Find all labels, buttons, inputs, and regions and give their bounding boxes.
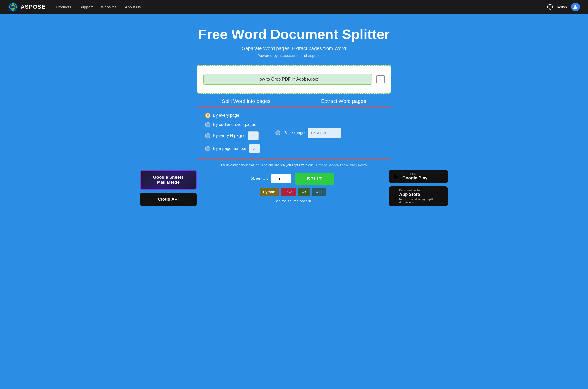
language-label: English bbox=[554, 5, 567, 9]
app-store-text: Download on the App Store Read, convert,… bbox=[399, 189, 443, 204]
bottom-right: ▶ GET IT ON Google Play  Download on th… bbox=[389, 170, 448, 206]
cpp-tag[interactable]: C++ bbox=[312, 188, 326, 196]
extract-pages-label: Extract Word pages bbox=[321, 98, 366, 104]
aspose-logo-icon bbox=[8, 2, 18, 12]
page-range-input[interactable] bbox=[308, 128, 341, 138]
google-play-get-label: GET IT ON bbox=[402, 172, 427, 176]
privacy-policy-link[interactable]: Privacy Policy bbox=[346, 163, 367, 167]
terms-text: By uploading your files or using our ser… bbox=[5, 163, 583, 167]
dropdown-chevron-icon: ▾ bbox=[279, 177, 281, 181]
cloud-api-button[interactable]: Cloud API bbox=[140, 193, 197, 206]
csharp-tag[interactable]: C# bbox=[298, 188, 310, 196]
aspose-cloud-link[interactable]: aspose.cloud bbox=[308, 53, 331, 58]
bottom-center: Save as - ▾ SPLIT Python Java C# C++ See… bbox=[251, 173, 334, 203]
radio-every-page-circle[interactable] bbox=[205, 113, 210, 118]
terms-of-service-link[interactable]: Terms of Service bbox=[314, 163, 339, 167]
radio-page-number[interactable]: By a page number bbox=[205, 144, 260, 153]
options-right: Page range bbox=[275, 113, 341, 153]
source-code-text: See the source code in bbox=[274, 199, 311, 203]
radio-every-n[interactable]: By every N pages bbox=[205, 131, 260, 140]
google-sheets-mail-merge-button[interactable]: Google SheetsMail Merge bbox=[140, 170, 197, 190]
navbar-left: ASPOSE Products Support Websites About U… bbox=[8, 2, 141, 12]
radio-page-number-label: By a page number bbox=[213, 146, 247, 151]
hero-powered: Powered by aspose.com and aspose.cloud bbox=[5, 53, 583, 58]
split-labels: Split Word into pages Extract Word pages bbox=[197, 98, 391, 104]
file-name-pill: How to Crop PDF in Adobe.docx bbox=[203, 74, 372, 85]
app-store-get-label: Download on the bbox=[399, 189, 443, 192]
app-store-name: App Store bbox=[399, 192, 443, 197]
nav-about[interactable]: About Us bbox=[125, 5, 141, 9]
bottom-left: Google SheetsMail Merge Cloud API bbox=[140, 170, 197, 206]
java-tag[interactable]: Java bbox=[281, 188, 296, 196]
apple-icon:  bbox=[394, 192, 396, 200]
google-play-button[interactable]: ▶ GET IT ON Google Play bbox=[389, 170, 448, 183]
google-play-icon: ▶ bbox=[394, 172, 399, 181]
hero-subtitle: Separate Word pages. Extract pages from … bbox=[5, 46, 583, 51]
save-as-dropdown[interactable]: - ▾ bbox=[271, 174, 291, 183]
app-store-button[interactable]:  Download on the App Store Read, conver… bbox=[389, 186, 448, 206]
powered-prefix: Powered by bbox=[257, 53, 279, 58]
radio-every-n-label: By every N pages bbox=[213, 133, 245, 138]
upload-area[interactable]: How to Crop PDF in Adobe.docx — bbox=[197, 65, 391, 94]
aspose-com-link[interactable]: aspose.com bbox=[279, 53, 299, 58]
radio-odd-even[interactable]: By odd and even pages bbox=[205, 122, 260, 127]
radio-page-range-circle[interactable] bbox=[275, 130, 280, 135]
radio-odd-even-circle[interactable] bbox=[205, 122, 210, 127]
save-dropdown-value: - bbox=[275, 177, 277, 181]
options-left: By every page By odd and even pages By e… bbox=[205, 113, 260, 153]
python-tag[interactable]: Python bbox=[260, 188, 279, 196]
language-tags-row: Python Java C# C++ bbox=[260, 188, 326, 196]
powered-and: and bbox=[299, 53, 308, 58]
terms-prefix: By uploading your files or using our ser… bbox=[221, 163, 314, 167]
radio-every-n-circle[interactable] bbox=[205, 133, 210, 138]
user-avatar[interactable] bbox=[571, 3, 580, 11]
google-play-text: GET IT ON Google Play bbox=[402, 172, 427, 181]
app-store-sub: Read, convert, merge, split documents bbox=[399, 198, 443, 204]
save-row: Save as - ▾ SPLIT bbox=[251, 173, 334, 185]
remove-file-button[interactable]: — bbox=[376, 75, 385, 83]
navbar: ASPOSE Products Support Websites About U… bbox=[0, 0, 588, 14]
svg-point-0 bbox=[8, 2, 18, 12]
nav-links: Products Support Websites About Us bbox=[56, 5, 141, 9]
navbar-right: English bbox=[547, 3, 580, 11]
save-as-label: Save as bbox=[251, 176, 268, 181]
hero-title: Free Word Document Splitter bbox=[5, 26, 583, 42]
svg-point-6 bbox=[574, 5, 576, 7]
options-box: By every page By odd and even pages By e… bbox=[197, 106, 391, 160]
radio-every-page-label: By every page bbox=[213, 113, 239, 118]
page-number-input[interactable] bbox=[249, 144, 260, 153]
page-range-row: Page range bbox=[275, 128, 341, 138]
language-selector[interactable]: English bbox=[547, 4, 567, 10]
page-range-label: Page range bbox=[283, 131, 305, 135]
radio-page-number-circle[interactable] bbox=[205, 146, 210, 151]
radio-odd-even-label: By odd and even pages bbox=[213, 122, 256, 127]
nav-websites[interactable]: Websites bbox=[101, 5, 116, 9]
google-play-name: Google Play bbox=[402, 176, 427, 181]
logo-text: ASPOSE bbox=[21, 4, 46, 10]
radio-every-page[interactable]: By every page bbox=[205, 113, 260, 118]
hero-section: Free Word Document Splitter Separate Wor… bbox=[0, 14, 588, 167]
logo-area: ASPOSE bbox=[8, 2, 46, 12]
nav-products[interactable]: Products bbox=[56, 5, 71, 9]
split-into-pages-label: Split Word into pages bbox=[222, 98, 271, 104]
nav-support[interactable]: Support bbox=[79, 5, 93, 9]
bottom-bar: Google SheetsMail Merge Cloud API Save a… bbox=[130, 170, 458, 206]
remove-icon: — bbox=[378, 77, 383, 82]
split-button[interactable]: SPLIT bbox=[295, 173, 334, 185]
terms-and: and bbox=[339, 163, 346, 167]
every-n-input[interactable] bbox=[248, 131, 259, 140]
globe-icon bbox=[547, 4, 553, 10]
